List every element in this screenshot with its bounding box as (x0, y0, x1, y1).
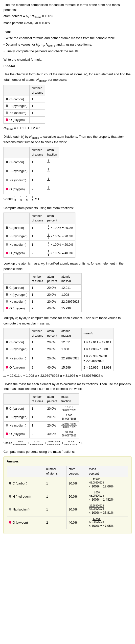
atoms-h-7: 1 (44, 490, 67, 503)
table-row: O (oxygen) 2 40.0% 31.99868.00676928× 10… (7, 516, 128, 529)
dot-c-2 (6, 161, 8, 163)
element-h-7: H (hydrogen) (7, 490, 44, 503)
table-row: Na (sodium) 1 20.0% 22.98976928 1 × 22.9… (4, 353, 114, 364)
col-num-atoms-3: numberof atoms (29, 212, 45, 224)
atoms-h-2: 1 (29, 167, 45, 176)
col-num-atoms-6: numberof atoms (29, 393, 45, 404)
atoms-c-1: 1 (29, 96, 45, 103)
step4-section: Look up the atomic mass, mi, in unified … (3, 261, 132, 312)
step1-label: Use the chemical formula to count the nu… (3, 72, 132, 83)
dot-c-5 (6, 341, 8, 343)
col-atom-percent-5: atompercent (45, 328, 59, 339)
element-na-5: Na (sodium) (4, 353, 30, 364)
mass-na-4: 22.98976928 (59, 298, 82, 305)
atoms-o-3: 2 (29, 249, 45, 257)
col-element-6 (4, 393, 30, 404)
col-atomic-mass-5: atomicmass/u (59, 328, 82, 339)
atoms-c-2: 1 (29, 158, 45, 167)
apct-h-7: 20.0% (67, 490, 87, 503)
step6-label: Divide the mass for each element by m to… (3, 382, 132, 391)
atoms-na-1: 1 (29, 110, 45, 117)
fraction-c: 15 (45, 158, 59, 167)
col-mass-percent-7: masspercent (87, 466, 128, 477)
col-element-1 (4, 85, 30, 96)
pct-o-4: 40.0% (45, 305, 59, 312)
table-row: O (oxygen) 2 25 (4, 185, 59, 194)
pct-c-3: 15 × 100% = 20.0% (45, 224, 75, 232)
plan-step-1: • Write the chemical formula and gather … (3, 36, 132, 40)
atoms-h-5: 1 (29, 346, 45, 353)
dot-o-1 (6, 118, 8, 121)
step7-label: Compute mass percents using the mass fra… (3, 449, 132, 454)
formula-label: Write the chemical formula: (3, 57, 132, 62)
element-na-6: Na (sodium) (4, 421, 30, 430)
pct-h-3: 15 × 100% = 20.0% (45, 232, 75, 240)
pct-o-5: 40.0% (45, 364, 59, 371)
atoms-o-2: 2 (29, 185, 45, 194)
atoms-o-5: 2 (29, 364, 45, 371)
dot-o-3 (6, 252, 8, 254)
check2: Check: 15 + 15 + 15 + 25 = 1 (3, 196, 132, 202)
col-num-atoms-4: numberof atoms (29, 274, 45, 284)
atoms-h-4: 1 (29, 291, 45, 298)
plan-step-2: • Determine values for Ni, mi, Natoms an… (3, 42, 132, 48)
table-row: H (hydrogen) 1 (4, 103, 45, 110)
pct-na-3: 15 × 100% = 20.0% (45, 240, 75, 249)
table-row: C (carbon) 1 20.0% 12.01168.00676928 (4, 404, 79, 413)
pct-na-4: 20.0% (45, 298, 59, 305)
table-row: C (carbon) 1 20.0% 12.011 (4, 284, 82, 292)
mass-fraction-table: numberof atoms atompercent massfraction … (3, 393, 79, 438)
element-na-2: Na (sodium) (4, 176, 30, 185)
element-c-3: C (carbon) (4, 224, 30, 232)
formula-section: Write the chemical formula: HCOONa (3, 57, 132, 68)
atomic-mass-table: numberof atoms atompercent atomicmass/u … (3, 273, 82, 312)
dot-c-3 (6, 226, 8, 229)
table-row: H (hydrogen) 1 15 × 100% = 20.0% (4, 232, 75, 240)
mass-c-5: 12.011 (59, 339, 82, 346)
atoms-na-5: 1 (29, 353, 45, 364)
step1-section: Use the chemical formula to count the nu… (3, 72, 132, 131)
apct-na-7: 20.0% (67, 503, 87, 516)
pct-c-6: 20.0% (45, 404, 59, 413)
step3-section: Compute atom percents using the atom fra… (3, 206, 132, 258)
dot-h-5 (6, 348, 8, 350)
col-mass-5: mass/u (82, 328, 114, 339)
total-h-5: 1 × 1.008 = 1.008 (82, 346, 114, 353)
dot-na-1 (6, 112, 8, 114)
element-h-1: H (hydrogen) (4, 103, 30, 110)
mass-h-4: 1.008 (59, 291, 82, 298)
answer-box: Answer: numberof atoms atompercent massp… (3, 456, 132, 534)
atoms-h-6: 1 (29, 413, 45, 421)
col-num-atoms-1: numberof atoms (29, 85, 45, 96)
table-row: C (carbon) 1 20.0% 12.01168.00676928× 10… (7, 477, 128, 490)
element-o-5: O (oxygen) (4, 364, 30, 371)
fraction-o: 25 (45, 185, 59, 194)
col-atom-percent-6: atompercent (45, 393, 59, 404)
table-row: Na (sodium) 1 20.0% 22.98976928 (4, 298, 82, 305)
mpct-c-7: 12.01168.00676928× 100% = 17.66% (87, 477, 128, 490)
element-h-5: H (hydrogen) (4, 346, 30, 353)
col-atom-fraction: atomfraction (45, 147, 59, 158)
element-o-2: O (oxygen) (4, 185, 30, 194)
mass-o-4: 15.999 (59, 305, 82, 312)
element-o-7: O (oxygen) (7, 516, 44, 529)
atoms-c-7: 1 (44, 477, 67, 490)
dot-na-3 (6, 243, 8, 246)
answer-table: numberof atoms atompercent masspercent C… (7, 466, 128, 529)
dot-c-4 (6, 286, 8, 289)
col-atom-percent-3: atompercent (45, 212, 75, 224)
table-row: H (hydrogen) 1 15 (4, 167, 59, 176)
table-row: H (hydrogen) 1 20.0% 1.00868.00676928× 1… (7, 490, 128, 503)
atoms-c-3: 1 (29, 224, 45, 232)
step6-section: Divide the mass for each element by m to… (3, 382, 132, 446)
mfrac-h-6: 1.00868.00676928 (59, 413, 79, 421)
table-row: H (hydrogen) 1 20.0% 1.00868.00676928 (4, 413, 79, 421)
element-h-4: H (hydrogen) (4, 291, 30, 298)
table-row: O (oxygen) 2 40.0% 15.999 (4, 305, 82, 312)
mass-h-5: 1.008 (59, 346, 82, 353)
atoms-c-5: 1 (29, 339, 45, 346)
mfrac-na-6: 22.9897692868.00676928 (59, 421, 79, 430)
element-h-6: H (hydrogen) (4, 413, 30, 421)
natoms-equation: Natoms = 1 + 1 + 1 + 2 = 5 (3, 126, 132, 131)
table-row: C (carbon) 1 20.0% 12.011 1 × 12.011 = 1… (4, 339, 114, 346)
